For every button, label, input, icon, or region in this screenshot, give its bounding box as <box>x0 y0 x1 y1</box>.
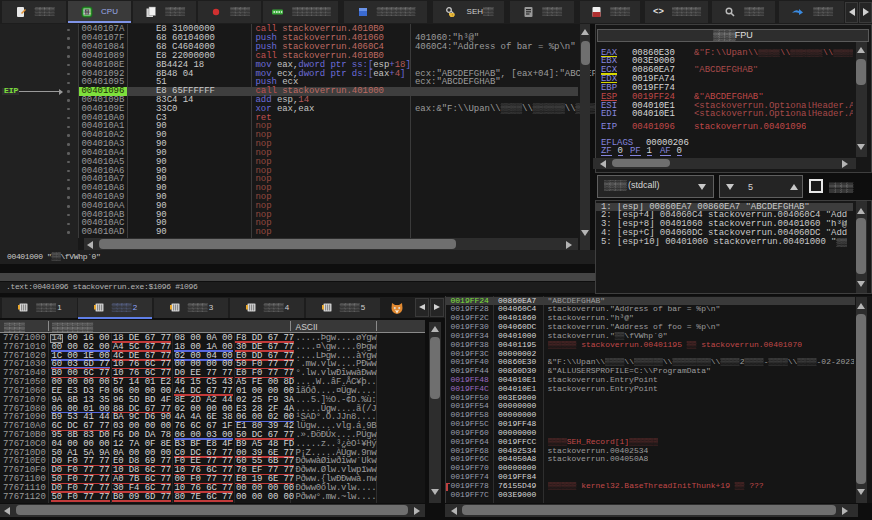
svg-text:!: ! <box>451 12 452 17</box>
svg-text:101: 101 <box>83 9 91 14</box>
